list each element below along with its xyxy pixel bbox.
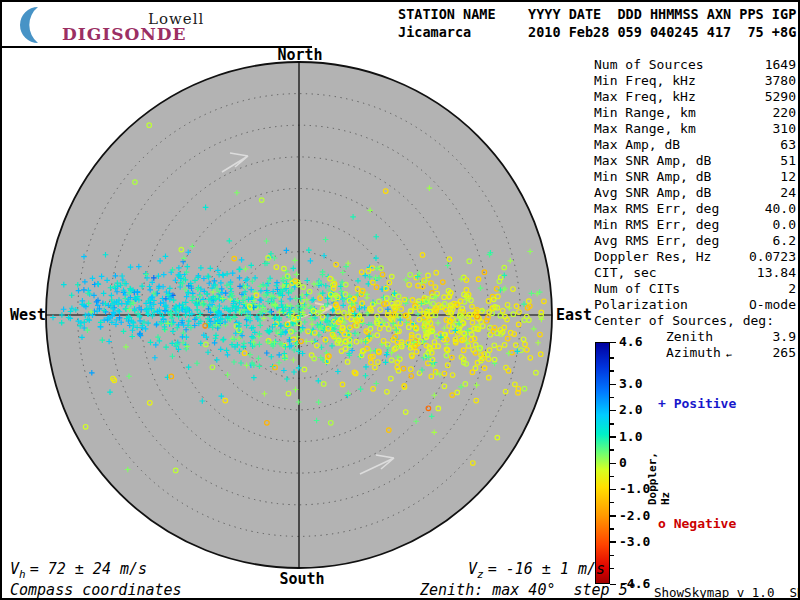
stat-value: 5290 [765,89,796,105]
software-version: ShowSkymap v 1.0 SD v 4.2 [654,585,800,600]
stat-label: Min Range, km [594,105,696,121]
vh-value: = 72 ± 24 m/s [30,560,147,578]
stat-row: Num of CITs2 [594,281,796,297]
colorbar-tick-label: 4.6 [619,335,642,349]
stat-row: Max Freq, kHz5290 [594,89,796,105]
stat-label: Num of Sources [594,57,704,73]
stat-label: Azimuth→ [594,345,732,361]
stat-value: 63 [780,137,796,153]
colorbar-tick [610,370,614,372]
measurement-stats-panel: Num of Sources1649Min Freq, kHz3780Max F… [594,57,796,361]
compass-label-south: South [276,570,328,588]
stat-value: 13.84 [757,265,796,281]
colorbar-tick [610,502,614,504]
stat-label: Max Freq, kHz [594,89,696,105]
stat-value: O-mode [749,297,796,313]
stat-label: Doppler Res, Hz [594,249,711,265]
stat-label: CIT, sec [594,265,657,281]
stat-label: Polarization [594,297,688,313]
stat-label: Center of Sources, deg: [594,313,774,329]
stat-label: Num of CITs [594,281,680,297]
stat-label: Min SNR Amp, dB [594,169,711,185]
colorbar-tick [610,541,616,543]
stat-label: Min Freq, kHz [594,73,696,89]
coordinates-note: Compass coordinates [10,581,182,599]
stat-value: 220 [773,105,796,121]
colorbar-tick-label: -2.0 [619,509,650,523]
stat-row: Doppler Res, Hz0.0723 [594,249,796,265]
colorbar-tick-label: 0 [619,456,627,470]
legend-positive: + Positive [658,396,736,411]
colorbar-tick [610,476,614,478]
showskymap-window: Lowell DIGISONDE STATION NAME YYYY DATE … [0,0,800,600]
colorbar-tick [610,515,616,517]
vz-symbol: V [468,560,477,578]
colorbar-tick-label: 2.0 [619,403,642,417]
stat-label: Max SNR Amp, dB [594,153,711,169]
vertical-velocity-readout: Vz= -16 ± 1 m/s [468,560,605,581]
stat-row: Max Range, km310 [594,121,796,137]
stat-label: Avg RMS Err, deg [594,233,719,249]
colorbar-tick [610,489,616,491]
colorbar-tick [610,410,616,412]
vz-value: = -16 ± 1 m/s [488,560,605,578]
colorbar-axis-label: Doppler, Hz [646,435,672,505]
stat-row: Avg SNR Amp, dB24 [594,185,796,201]
stat-row: Min Range, km220 [594,105,796,121]
stat-row: Min Freq, kHz3780 [594,73,796,89]
stat-row: Center of Sources, deg: [594,313,796,329]
stat-value: 0.0 [773,217,796,233]
colorbar-tick-label: 3.0 [619,377,642,391]
stat-row: PolarizationO-mode [594,297,796,313]
colorbar-tick [610,555,614,557]
colorbar-tick [610,568,614,570]
stat-label: Max RMS Err, deg [594,201,719,217]
stat-value: 2 [788,281,796,297]
stat-value: 0.0723 [749,249,796,265]
stat-value: 12 [780,169,796,185]
colorbar-tick [610,357,614,359]
stat-row: Max Amp, dB63 [594,137,796,153]
stat-value: 265 [773,345,796,361]
azimuth-direction-icon: → [725,347,732,363]
colorbar-tick [610,463,616,465]
stat-value: 1649 [765,57,796,73]
stat-value: 6.2 [773,233,796,249]
stat-row: Max SNR Amp, dB51 [594,153,796,169]
stat-label: Max Amp, dB [594,137,680,153]
stat-value: 310 [773,121,796,137]
horizontal-velocity-readout: Vh= 72 ± 24 m/s [10,560,147,581]
stat-row: Num of Sources1649 [594,57,796,73]
stat-label: Min RMS Err, deg [594,217,719,233]
stat-value: 40.0 [765,201,796,217]
compass-label-west: West [6,306,46,324]
colorbar-tick [610,342,616,344]
colorbar-tick [610,423,614,425]
stat-value: 3.9 [773,329,796,345]
vz-subscript: z [477,568,484,581]
stat-row: Avg RMS Err, deg6.2 [594,233,796,249]
colorbar-tick [610,384,616,386]
colorbar-tick [610,449,614,451]
stat-label: Avg SNR Amp, dB [594,185,711,201]
stat-row: Min RMS Err, deg0.0 [594,217,796,233]
stat-row: Max RMS Err, deg40.0 [594,201,796,217]
zenith-scale-note: Zenith: max 40° step 5° [420,581,637,599]
stat-label: Max Range, km [594,121,696,137]
doppler-colorbar [595,342,610,584]
colorbar-tick [610,436,616,438]
vh-subscript: h [19,568,26,581]
colorbar-tick [610,528,614,530]
stat-row: Min SNR Amp, dB12 [594,169,796,185]
stat-value: 51 [780,153,796,169]
colorbar-tick-label: -3.0 [619,535,650,549]
colorbar-tick-label: 1.0 [619,430,642,444]
stat-value: 24 [780,185,796,201]
compass-label-north: North [274,46,326,64]
stat-value: 3780 [765,73,796,89]
stat-row: CIT, sec13.84 [594,265,796,281]
legend-negative: o Negative [658,516,736,531]
vh-symbol: V [10,560,19,578]
colorbar-tick [610,397,614,399]
